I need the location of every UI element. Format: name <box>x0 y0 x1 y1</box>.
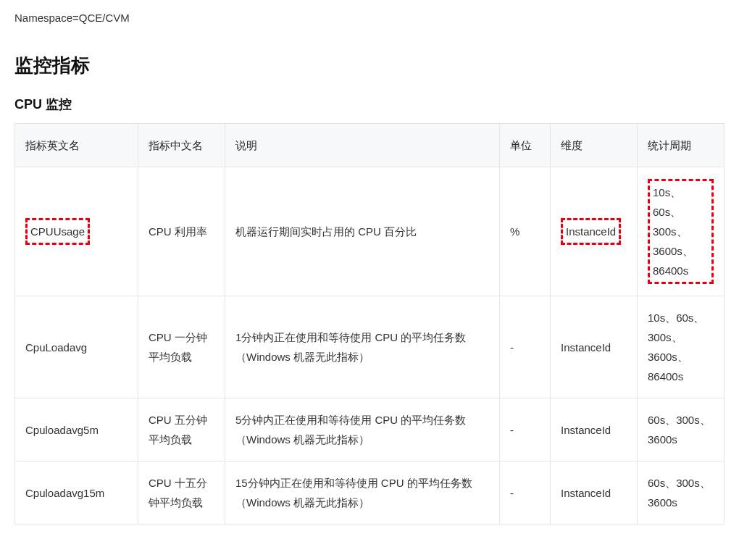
subsection-title: CPU 监控 <box>14 96 725 113</box>
cell-period: 60s、300s、3600s <box>638 461 725 525</box>
th-unit: 单位 <box>500 124 551 167</box>
cell-en-highlight: CPUUsage <box>25 218 90 245</box>
namespace-line: Namespace=QCE/CVM <box>14 12 725 24</box>
cell-period: 60s、300s、3600s <box>638 398 725 461</box>
cell-unit: - <box>500 398 551 461</box>
th-en: 指标英文名 <box>15 124 138 167</box>
cell-cn: CPU 十五分钟平均负载 <box>138 461 225 525</box>
cell-period: 10s、60s、300s、3600s、86400s <box>638 296 725 398</box>
cell-en: Cpuloadavg5m <box>15 398 138 461</box>
th-dim: 维度 <box>551 124 638 167</box>
cell-en: Cpuloadavg15m <box>15 461 138 525</box>
cell-cn: CPU 一分钟平均负载 <box>138 296 225 398</box>
cell-desc: 15分钟内正在使用和等待使用 CPU 的平均任务数（Windows 机器无此指标… <box>225 461 500 525</box>
cell-period: 10s、60s、300s、3600s、86400s <box>638 167 725 296</box>
th-desc: 说明 <box>225 124 500 167</box>
th-period: 统计周期 <box>638 124 725 167</box>
table-row: Cpuloadavg5mCPU 五分钟平均负载5分钟内正在使用和等待使用 CPU… <box>15 398 725 461</box>
th-cn: 指标中文名 <box>138 124 225 167</box>
cell-en: CPUUsage <box>15 167 138 296</box>
cell-cn: CPU 五分钟平均负载 <box>138 398 225 461</box>
cell-cn: CPU 利用率 <box>138 167 225 296</box>
cell-desc: 机器运行期间实时占用的 CPU 百分比 <box>225 167 500 296</box>
cell-desc: 5分钟内正在使用和等待使用 CPU 的平均任务数（Windows 机器无此指标） <box>225 398 500 461</box>
cell-dim: InstanceId <box>551 461 638 525</box>
cell-dim: InstanceId <box>551 398 638 461</box>
section-title: 监控指标 <box>14 53 725 78</box>
table-row: CPUUsageCPU 利用率机器运行期间实时占用的 CPU 百分比%Insta… <box>15 167 725 296</box>
table-header-row: 指标英文名 指标中文名 说明 单位 维度 统计周期 <box>15 124 725 167</box>
cell-dim-highlight: InstanceId <box>561 218 621 245</box>
table-row: CpuLoadavgCPU 一分钟平均负载1分钟内正在使用和等待使用 CPU 的… <box>15 296 725 398</box>
cell-en: CpuLoadavg <box>15 296 138 398</box>
table-row: Cpuloadavg15mCPU 十五分钟平均负载15分钟内正在使用和等待使用 … <box>15 461 725 525</box>
cell-unit: - <box>500 296 551 398</box>
metrics-table: 指标英文名 指标中文名 说明 单位 维度 统计周期 CPUUsageCPU 利用… <box>14 123 725 525</box>
cell-dim: InstanceId <box>551 296 638 398</box>
cell-unit: - <box>500 461 551 525</box>
cell-desc: 1分钟内正在使用和等待使用 CPU 的平均任务数（Windows 机器无此指标） <box>225 296 500 398</box>
cell-period-highlight: 10s、60s、300s、3600s、86400s <box>648 179 714 284</box>
cell-unit: % <box>500 167 551 296</box>
cell-dim: InstanceId <box>551 167 638 296</box>
